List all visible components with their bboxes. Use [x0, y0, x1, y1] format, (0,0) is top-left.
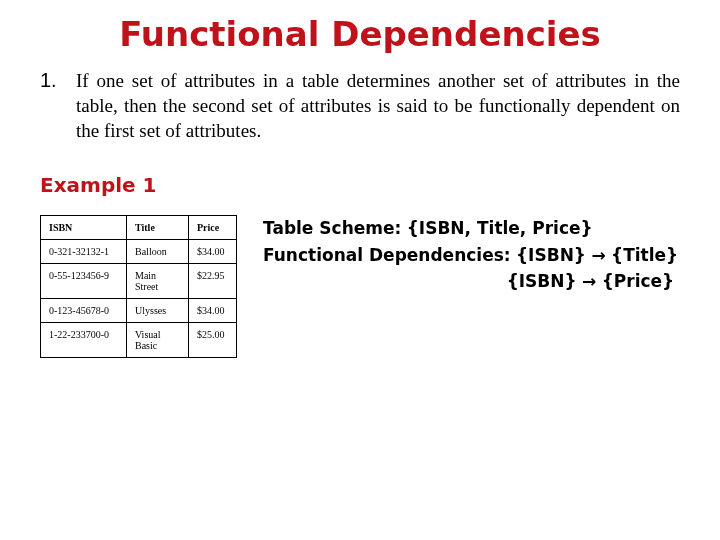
scheme-value: {ISBN, Title, Price} — [407, 218, 593, 238]
cell-title: Balloon — [127, 240, 189, 264]
books-table: ISBN Title Price 0-321-32132-1 Balloon $… — [40, 215, 237, 358]
cell-isbn: 0-55-123456-9 — [41, 264, 127, 299]
cell-price: $22.95 — [189, 264, 237, 299]
fd2-lhs: {ISBN} — [507, 271, 577, 291]
cell-price: $25.00 — [189, 323, 237, 358]
col-isbn: ISBN — [41, 216, 127, 240]
arrow-icon: → — [582, 271, 596, 291]
cell-title: Visual Basic — [127, 323, 189, 358]
cell-isbn: 0-321-32132-1 — [41, 240, 127, 264]
cell-title: Ulysses — [127, 299, 189, 323]
fd1-lhs: {ISBN} — [516, 245, 586, 265]
table-header-row: ISBN Title Price — [41, 216, 237, 240]
cell-price: $34.00 — [189, 299, 237, 323]
arrow-icon: → — [591, 245, 605, 265]
definition-text: If one set of attributes in a table dete… — [76, 68, 680, 143]
fd1-rhs: {Title} — [611, 245, 678, 265]
table-row: 1-22-233700-0 Visual Basic $25.00 — [41, 323, 237, 358]
cell-price: $34.00 — [189, 240, 237, 264]
scheme-label: Table Scheme: — [263, 218, 401, 238]
page-title: Functional Dependencies — [40, 14, 680, 54]
cell-isbn: 1-22-233700-0 — [41, 323, 127, 358]
fd2-rhs: {Price} — [602, 271, 674, 291]
fd-line-title: Functional Dependencies: {ISBN} → {Title… — [263, 242, 678, 268]
fd-description: Table Scheme: {ISBN, Title, Price} Funct… — [263, 215, 678, 294]
col-price: Price — [189, 216, 237, 240]
example-content: ISBN Title Price 0-321-32132-1 Balloon $… — [40, 215, 680, 358]
col-title: Title — [127, 216, 189, 240]
fd-label: Functional Dependencies: — [263, 245, 511, 265]
cell-isbn: 0-123-45678-0 — [41, 299, 127, 323]
cell-title: Main Street — [127, 264, 189, 299]
table-scheme-line: Table Scheme: {ISBN, Title, Price} — [263, 215, 678, 241]
fd-line-price: {ISBN} → {Price} — [263, 268, 678, 294]
definition-number: 1. — [40, 68, 76, 143]
table-row: 0-321-32132-1 Balloon $34.00 — [41, 240, 237, 264]
table-row: 0-55-123456-9 Main Street $22.95 — [41, 264, 237, 299]
definition-block: 1. If one set of attributes in a table d… — [40, 68, 680, 143]
table-row: 0-123-45678-0 Ulysses $34.00 — [41, 299, 237, 323]
example-heading: Example 1 — [40, 173, 680, 197]
